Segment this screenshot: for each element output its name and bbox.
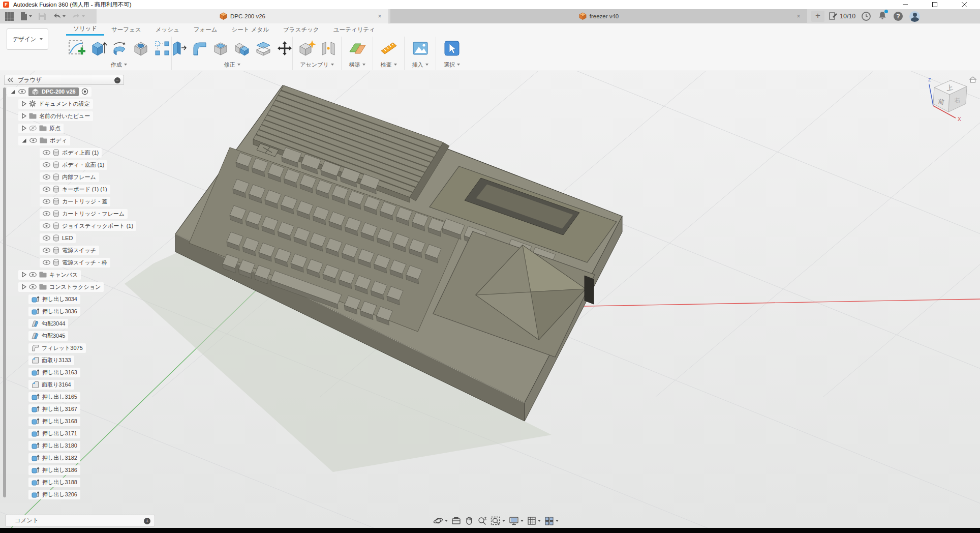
look-at-icon[interactable] (451, 517, 461, 525)
ribbon-tab-0[interactable]: ソリッド (66, 23, 104, 36)
tree-row-4[interactable]: ボディ (4, 135, 70, 145)
tree-row-11[interactable]: ジョイスティックポート (1) (4, 221, 136, 231)
tree-row-21[interactable]: フィレット3075 (4, 343, 86, 353)
tree-row-24[interactable]: 面取り3164 (4, 379, 74, 390)
group-label-insert[interactable]: 挿入 (412, 60, 428, 69)
avatar[interactable] (909, 11, 920, 22)
tree-row-3[interactable]: 原点 (4, 123, 64, 133)
help-icon[interactable]: ? (894, 12, 903, 21)
job-status-badge[interactable]: 10/10 (829, 9, 855, 23)
eye-visible-icon[interactable] (29, 284, 37, 289)
orbit-icon[interactable] (433, 516, 448, 525)
ribbon-tab-4[interactable]: シート メタル (225, 23, 277, 36)
minimize-icon[interactable] (891, 0, 920, 9)
tree-row-1[interactable]: ドキュメントの設定 (4, 99, 93, 109)
ribbon-tab-6[interactable]: ユーティリティ (326, 23, 382, 36)
tree-row-12[interactable]: LED (4, 233, 76, 243)
zoom-icon[interactable] (477, 516, 487, 526)
eye-visible-icon[interactable] (43, 199, 50, 204)
viewcube-top-face[interactable]: 上 (946, 83, 954, 92)
tree-row-17[interactable]: 押し出し3034 (4, 294, 80, 304)
tree-row-16[interactable]: コンストラクション (4, 282, 104, 292)
tree-row-33[interactable]: 押し出し3206 (4, 489, 80, 499)
tree-row-13[interactable]: 電源スイッチ (4, 245, 99, 255)
eye-visible-icon[interactable] (43, 162, 50, 167)
view-cube[interactable]: 上 前 右 Z X (926, 74, 979, 133)
viewcube-right-face[interactable]: 右 (953, 96, 961, 104)
chevrons-left-icon[interactable] (8, 77, 14, 82)
browser-header[interactable]: ブラウザ − (4, 75, 124, 85)
move-icon[interactable] (276, 40, 293, 57)
triangle-collapsed-icon[interactable] (21, 125, 26, 131)
tree-row-14[interactable]: 電源スイッチ・枠 (4, 257, 110, 268)
tree-row-18[interactable]: 押し出し3036 (4, 306, 80, 316)
joint-icon[interactable] (320, 40, 336, 57)
group-label-construct[interactable]: 構築 (349, 60, 365, 69)
eye-visible-icon[interactable] (43, 235, 50, 241)
tree-row-30[interactable]: 押し出し3182 (4, 453, 80, 463)
triangle-expanded-icon[interactable] (10, 89, 16, 95)
triangle-collapsed-icon[interactable] (21, 284, 26, 290)
viewcube-front-face[interactable]: 前 (938, 98, 945, 106)
group-label-assemble[interactable]: アセンブリ (300, 60, 333, 69)
close-tab-icon[interactable]: × (376, 13, 383, 20)
eye-hidden-icon[interactable] (29, 125, 37, 131)
combine-icon[interactable] (233, 40, 251, 57)
tree-row-8[interactable]: キーボード (1) (1) (4, 184, 110, 194)
group-label-modify[interactable]: 修正 (224, 60, 240, 69)
eye-visible-icon[interactable] (43, 174, 50, 180)
home-icon[interactable] (970, 77, 976, 82)
tree-row-29[interactable]: 押し出し3180 (4, 440, 80, 451)
create-sketch-icon[interactable] (67, 39, 86, 58)
triangle-collapsed-icon[interactable] (21, 101, 26, 107)
eye-visible-icon[interactable] (29, 272, 37, 277)
eye-visible-icon[interactable] (18, 89, 26, 94)
hole-icon[interactable] (132, 40, 149, 57)
select-cursor-icon[interactable] (444, 40, 460, 56)
ribbon-tab-1[interactable]: サーフェス (104, 23, 148, 36)
insert-image-icon[interactable] (412, 41, 429, 56)
grid-settings-icon[interactable] (527, 516, 541, 525)
shell-icon[interactable] (212, 40, 229, 57)
tree-row-20[interactable]: 勾配3045 (4, 331, 68, 341)
triangle-expanded-icon[interactable] (21, 138, 27, 143)
tab-freezer[interactable]: freezer v40 × (390, 9, 807, 23)
offset-face-icon[interactable] (255, 41, 272, 56)
3d-viewport[interactable] (0, 71, 980, 528)
activate-radio-icon[interactable] (81, 88, 88, 95)
fit-icon[interactable] (491, 516, 505, 526)
group-label-select[interactable]: 選択 (444, 60, 460, 69)
new-component-icon[interactable] (298, 39, 316, 57)
eye-visible-icon[interactable] (43, 150, 50, 155)
comment-bar[interactable]: コメント + (5, 515, 155, 526)
save-icon[interactable] (36, 11, 48, 21)
eye-visible-icon[interactable] (43, 211, 50, 216)
tree-row-31[interactable]: 押し出し3186 (4, 465, 80, 475)
display-settings-icon[interactable] (509, 516, 524, 525)
tree-row-2[interactable]: 名前の付いたビュー (4, 111, 93, 121)
ribbon-tab-5[interactable]: プラスチック (276, 23, 326, 36)
tree-row-27[interactable]: 押し出し3168 (4, 416, 80, 426)
pattern-icon[interactable] (154, 40, 171, 57)
pan-icon[interactable] (465, 516, 474, 525)
fillet-icon[interactable] (191, 40, 208, 57)
tree-row-25[interactable]: 押し出し3165 (4, 392, 80, 402)
tree-row-5[interactable]: ボディ上面 (1) (4, 147, 102, 158)
maximize-icon[interactable] (920, 0, 950, 9)
browser-scrollbar[interactable] (3, 87, 6, 497)
eye-visible-icon[interactable] (43, 260, 50, 265)
group-label-create[interactable]: 作成 (111, 60, 127, 69)
ribbon-tab-3[interactable]: フォーム (187, 23, 225, 36)
eye-visible-icon[interactable] (43, 187, 50, 192)
tab-dpc-200[interactable]: DPC-200 v26 × (97, 9, 388, 23)
notification-bell-icon[interactable] (878, 11, 887, 22)
tree-row-0[interactable]: DPC-200 v26 (4, 86, 91, 97)
viewports-icon[interactable] (544, 516, 559, 525)
press-pull-icon[interactable] (171, 39, 187, 57)
eye-visible-icon[interactable] (29, 138, 37, 143)
minus-circle-icon[interactable]: − (114, 77, 120, 83)
measure-icon[interactable] (380, 40, 398, 57)
design-workspace-menu[interactable]: デザイン (7, 28, 48, 50)
triangle-collapsed-icon[interactable] (21, 113, 26, 119)
revolve-icon[interactable] (111, 40, 128, 57)
